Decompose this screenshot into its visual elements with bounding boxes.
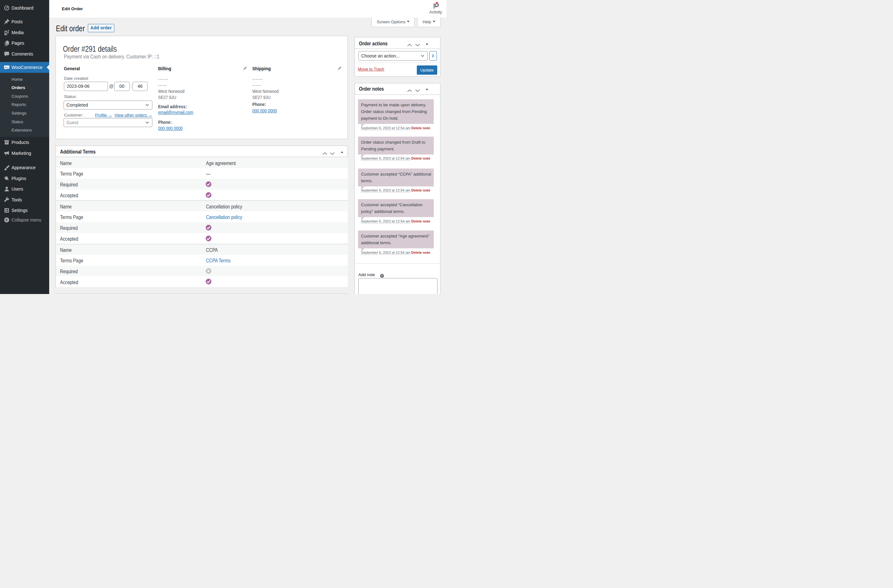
svg-text:Woo: Woo: [5, 66, 9, 68]
